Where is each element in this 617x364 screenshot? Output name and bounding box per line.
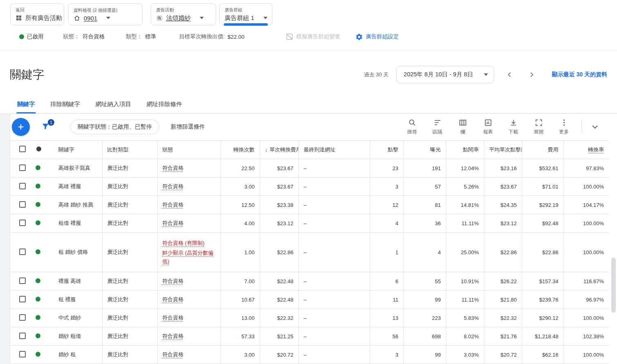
avg-cpc-cell: $22.32: [484, 309, 522, 327]
match-type-cell: 廣泛比對: [102, 346, 157, 364]
column-header-final-url[interactable]: 最終到達網址: [298, 141, 370, 159]
tool-report-button[interactable]: 報表: [475, 118, 501, 135]
filter-button[interactable]: 1: [41, 122, 51, 132]
match-type-cell: 廣泛比對: [102, 214, 157, 233]
final-url-cell: –: [298, 272, 370, 291]
keyword-cell[interactable]: 租 婚紗 價格: [47, 233, 102, 272]
conversion-rate-cell: 97.83%: [564, 159, 609, 178]
main-content: 1 關鍵字狀態：已啟用、已暫停 新增篩選條件 搜尋區隔欄報表下載展開更多: [0, 114, 617, 364]
column-header-conversion-rate[interactable]: 轉換率: [564, 141, 609, 159]
column-header-clicks[interactable]: 點擊: [370, 141, 403, 159]
add-keyword-button[interactable]: [12, 118, 30, 136]
sort-desc-icon: ↓: [265, 146, 268, 153]
conversions-cell: 7.00: [221, 272, 260, 291]
status-cell[interactable]: 符合資格: [157, 346, 221, 364]
tab-url-inclusions[interactable]: 網址納入項目: [95, 95, 132, 113]
status-cell[interactable]: 符合資格: [157, 309, 221, 327]
final-url-cell: –: [298, 214, 370, 233]
tool-columns-button[interactable]: 欄: [450, 118, 475, 135]
keyword-cell[interactable]: 婚紗 租借: [47, 327, 102, 346]
keyword-cell[interactable]: 中式 婚紗: [47, 309, 102, 327]
row-checkbox[interactable]: [19, 220, 26, 226]
conversions-cell: 22.50: [221, 159, 260, 178]
row-checkbox[interactable]: [19, 277, 26, 284]
status-cell[interactable]: 符合資格 (有限制)鮮少顯示 (品質分數偏低): [157, 233, 221, 272]
keyword-enabled-icon: [36, 202, 40, 207]
conversion-rate-cell: 100.00%: [564, 178, 609, 196]
keyword-cell[interactable]: 婚紗 租: [47, 346, 102, 364]
conversions-cell: 3.00: [221, 178, 260, 196]
segment-icon: [433, 118, 442, 127]
tool-more-button[interactable]: 更多: [551, 118, 577, 135]
ad-group-status-bar: 已啟用 狀態： 符合資格 類型： 標準 目標單次轉換出價: $22.00 模擬廣…: [0, 26, 617, 50]
column-header-avg-cpc[interactable]: 平均單次點擊出價: [484, 141, 522, 159]
back-to-all-campaigns[interactable]: 返回 所有廣告活動: [10, 3, 64, 25]
keyword-cell[interactable]: 高雄親子寫真: [47, 159, 102, 178]
row-checkbox[interactable]: [19, 249, 26, 255]
status-cell[interactable]: 符合資格: [157, 196, 221, 214]
row-checkbox[interactable]: [19, 351, 26, 357]
ad-group-selector[interactable]: 廣告群組 廣告群組 1: [219, 3, 272, 25]
tool-download-button[interactable]: 下載: [501, 118, 526, 135]
previous-period-button[interactable]: [505, 70, 515, 80]
keyword-status-filter-chip[interactable]: 關鍵字狀態：已啟用、已暫停: [70, 120, 159, 134]
column-header-status[interactable]: 狀態: [157, 141, 221, 159]
column-header-cost-per-conversion[interactable]: ↓單次轉換費用: [260, 141, 298, 159]
tool-label: 更多: [559, 129, 569, 135]
show-recent-data-link[interactable]: 顯示最近 30 天的資料: [552, 71, 607, 78]
keyword-cell[interactable]: 租借 禮服: [47, 214, 102, 233]
keyword-cell[interactable]: 禮服 高雄: [47, 272, 102, 291]
top-navigation-bar: 返回 所有廣告活動 資料檢視 (2 個篩選器) 0901 廣告活動 法頌婚紗: [0, 0, 617, 26]
keyword-cell[interactable]: 高雄 禮服: [47, 178, 102, 196]
add-filter-button[interactable]: 新增篩選條件: [171, 123, 205, 131]
tab-negative-keywords[interactable]: 排除關鍵字: [50, 95, 81, 113]
data-view-label: 資料檢視 (2 個篩選器): [74, 7, 137, 13]
ctr-cell: 10.91%: [446, 272, 484, 291]
impressions-cell: 99: [403, 291, 446, 309]
cost-cell: $92.48: [522, 214, 564, 233]
collapse-toolbar-button[interactable]: [587, 122, 603, 132]
enabled-text: 已啟用: [27, 33, 44, 40]
row-checkbox[interactable]: [19, 333, 26, 339]
column-header-impressions[interactable]: 曝光: [403, 141, 446, 159]
tool-label: 展開: [534, 129, 543, 135]
status-cell[interactable]: 符合資格: [157, 327, 221, 346]
target-cpa-label: 目標單次轉換出價:: [179, 33, 225, 40]
row-checkbox[interactable]: [19, 183, 26, 189]
row-checkbox[interactable]: [19, 314, 26, 321]
type-label: 類型：: [126, 33, 143, 40]
row-checkbox[interactable]: [19, 296, 26, 302]
clicks-cell: 4: [370, 214, 403, 233]
enabled-status[interactable]: 已啟用: [19, 33, 44, 40]
tool-segment-button[interactable]: 區隔: [425, 118, 450, 135]
tab-url-exclusions[interactable]: 網址排除條件: [146, 95, 183, 113]
status-cell[interactable]: 符合資格: [157, 214, 221, 233]
date-range-picker[interactable]: 2025年 8月 10日 - 9月 8日: [396, 66, 494, 83]
column-header-match-type[interactable]: 比對類型: [102, 141, 157, 159]
vertical-scrollbar[interactable]: [611, 257, 616, 313]
tool-expand-button[interactable]: 展開: [526, 118, 551, 135]
tab-keywords[interactable]: 關鍵字: [16, 95, 36, 113]
next-period-button[interactable]: [527, 70, 537, 80]
column-header-ctr[interactable]: 點閱率: [446, 141, 484, 159]
keyword-cell[interactable]: 租 禮服: [47, 291, 102, 309]
campaign-selector[interactable]: 廣告活動 法頌婚紗: [151, 3, 216, 25]
status-cell[interactable]: 符合資格: [157, 272, 221, 291]
tool-search-button[interactable]: 搜尋: [399, 118, 425, 135]
final-url-cell: –: [298, 196, 370, 214]
clicks-cell: 6: [370, 272, 403, 291]
row-checkbox[interactable]: [19, 164, 26, 171]
ad-group-settings-button[interactable]: 廣告群組設定: [355, 33, 399, 41]
table-row: 中式 婚紗 廣泛比對 符合資格 13.00 $22.32 – 13 223 5.…: [10, 309, 609, 327]
data-view-selector[interactable]: 資料檢視 (2 個篩選器) 0901: [68, 3, 143, 25]
column-header-cost[interactable]: 費用: [522, 141, 564, 159]
column-header-keyword[interactable]: 關鍵字: [47, 141, 102, 159]
select-all-checkbox[interactable]: [19, 146, 26, 152]
column-header-conversions[interactable]: 轉換次數: [221, 141, 260, 159]
table-row: 禮服 高雄 廣泛比對 符合資格 7.00 $22.48 – 6 55 10.91…: [10, 272, 609, 291]
keyword-cell[interactable]: 高雄 婚紗 推薦: [47, 196, 102, 214]
status-cell[interactable]: 符合資格: [157, 291, 221, 309]
status-cell[interactable]: 符合資格: [157, 159, 221, 178]
row-checkbox[interactable]: [19, 201, 26, 208]
status-cell[interactable]: 符合資格: [157, 178, 221, 196]
